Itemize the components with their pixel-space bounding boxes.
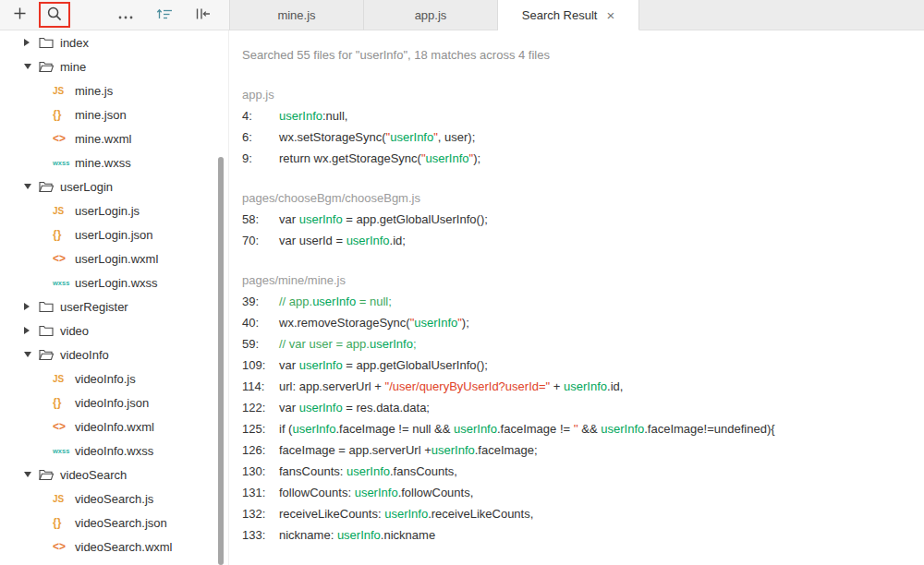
- tree-file-userlogin-wxss[interactable]: wxssuserLogin.wxss: [0, 270, 228, 295]
- result-line[interactable]: 6:wx.setStorageSync("userInfo", user);: [242, 126, 915, 148]
- tab-bar-filler: [639, 0, 924, 30]
- tree-file-mine-wxml[interactable]: <>mine.wxml: [0, 126, 228, 150]
- tree-folder-videoinfo[interactable]: videoInfo: [0, 343, 228, 367]
- result-line[interactable]: 114:url: app.serverUrl + "/user/queryByU…: [242, 376, 915, 397]
- tree-folder-mine[interactable]: mine: [0, 54, 228, 78]
- tree-folder-userregister[interactable]: userRegister: [0, 295, 228, 319]
- chevron-right-icon[interactable]: [24, 303, 33, 310]
- line-code: userInfo:null,: [279, 105, 347, 126]
- chevron-down-icon[interactable]: [24, 352, 33, 357]
- chevron-down-icon[interactable]: [24, 472, 33, 477]
- line-number: 6:: [242, 126, 279, 148]
- code-text: return wx.getStorageSync(: [279, 151, 421, 165]
- tree-folder-videosearch[interactable]: videoSearch: [0, 463, 228, 487]
- tree-file-userlogin-json[interactable]: {}userLogin.json: [0, 222, 228, 246]
- chevron-right-icon[interactable]: [24, 39, 33, 46]
- sort-files-button[interactable]: [152, 3, 176, 27]
- line-code: fansCounts: userInfo.fansCounts,: [279, 461, 457, 482]
- tree-folder-index[interactable]: index: [0, 30, 228, 54]
- json-file-icon: {}: [53, 108, 75, 121]
- wxml-file-icon: <>: [53, 420, 75, 433]
- tree-file-mine-wxss[interactable]: wxssmine.wxss: [0, 150, 228, 174]
- result-line[interactable]: 58:var userInfo = app.getGlobalUserInfo(…: [242, 209, 915, 230]
- wxss-file-icon: wxss: [53, 159, 75, 167]
- tree-file-videoinfo-wxss[interactable]: wxssvideoInfo.wxss: [0, 439, 228, 463]
- tree-folder-userlogin[interactable]: userLogin: [0, 174, 228, 198]
- result-line[interactable]: 40:wx.removeStorageSync("userInfo");: [242, 312, 915, 333]
- sidebar-scrollbar-thumb[interactable]: [218, 157, 224, 565]
- match-text: userInfo: [414, 316, 457, 330]
- code-text: .id,: [607, 379, 623, 393]
- code-text: wx.removeStorageSync(: [279, 316, 410, 330]
- tree-file-videosearch-json[interactable]: {}videoSearch.json: [0, 511, 228, 535]
- result-line[interactable]: 126:faceImage = app.serverUrl +userInfo.…: [242, 439, 915, 461]
- result-line[interactable]: 132:receiveLikeCounts: userInfo.receiveL…: [242, 503, 915, 524]
- match-text: userInfo: [426, 151, 469, 165]
- chevron-right-icon[interactable]: [24, 327, 33, 334]
- tree-file-videosearch-wxml[interactable]: <>videoSearch.wxml: [0, 535, 228, 559]
- wxml-file-icon: <>: [53, 132, 75, 145]
- line-code: nickname: userInfo.nickname: [279, 524, 435, 546]
- line-code: wx.removeStorageSync("userInfo");: [279, 312, 469, 333]
- result-line[interactable]: 131:followCounts: userInfo.followCounts,: [242, 482, 915, 503]
- tree-item-label: videoSearch.json: [75, 516, 167, 530]
- result-line[interactable]: 70:var userId = userInfo.id;: [242, 230, 915, 251]
- result-line[interactable]: 133:nickname: userInfo.nickname: [242, 524, 915, 546]
- tree-file-mine-js[interactable]: JSmine.js: [0, 78, 228, 102]
- folder-open-icon: [39, 180, 54, 193]
- tree-folder-video[interactable]: video: [0, 319, 228, 343]
- sort-lines-icon: [156, 7, 173, 23]
- js-file-icon: JS: [53, 206, 75, 216]
- ellipsis-icon: [118, 8, 133, 22]
- tree-item-label: mine.js: [75, 84, 113, 98]
- js-file-icon: JS: [53, 374, 75, 384]
- code-text: nickname:: [279, 528, 337, 542]
- code-text: .faceImage !=: [497, 422, 574, 436]
- tree-file-videosearch-wxss[interactable]: wxssvideoSearch.wxss: [0, 559, 228, 565]
- code-text: wx.setStorageSync(: [279, 130, 386, 144]
- code-text: var: [279, 358, 299, 372]
- result-line[interactable]: 109:var userInfo = app.getGlobalUserInfo…: [242, 355, 915, 376]
- tree-item-label: video: [60, 324, 89, 338]
- more-options-button[interactable]: [114, 3, 138, 27]
- tree-item-label: videoSearch.js: [75, 492, 153, 506]
- tree-file-videoinfo-js[interactable]: JSvideoInfo.js: [0, 367, 228, 391]
- line-number: 131:: [242, 482, 279, 503]
- tree-file-userlogin-wxml[interactable]: <>userLogin.wxml: [0, 246, 228, 270]
- result-line[interactable]: 59:// var user = app.userInfo;: [242, 333, 915, 355]
- code-text: var: [279, 401, 299, 415]
- result-line[interactable]: 4:userInfo:null,: [242, 105, 915, 126]
- folder-icon: [39, 36, 54, 49]
- chevron-down-icon[interactable]: [24, 64, 33, 69]
- code-text: = app.getGlobalUserInfo();: [343, 212, 488, 226]
- result-line[interactable]: 122:var userInfo = res.data.data;: [242, 397, 915, 418]
- tab-search-result[interactable]: Search Result×: [498, 0, 639, 30]
- line-code: faceImage = app.serverUrl +userInfo.face…: [279, 439, 538, 461]
- tree-file-videosearch-js[interactable]: JSvideoSearch.js: [0, 487, 228, 511]
- search-button[interactable]: [43, 3, 67, 27]
- close-tab-icon[interactable]: ×: [606, 8, 614, 22]
- result-line[interactable]: 9:return wx.getStorageSync("userInfo");: [242, 148, 915, 169]
- result-line[interactable]: 130:fansCounts: userInfo.fansCounts,: [242, 461, 915, 482]
- tree-file-mine-json[interactable]: {}mine.json: [0, 102, 228, 126]
- tab-app-js[interactable]: app.js: [364, 0, 498, 30]
- match-text: userInfo: [384, 507, 428, 521]
- code-text: var: [279, 212, 299, 226]
- code-text: :null,: [322, 109, 347, 123]
- collapse-panel-button[interactable]: [190, 3, 214, 27]
- tree-item-label: index: [60, 36, 89, 50]
- code-text: &&: [578, 422, 602, 436]
- line-number: 133:: [242, 524, 279, 546]
- chevron-down-icon[interactable]: [24, 184, 33, 189]
- result-line[interactable]: 125:if (userInfo.faceImage != null && us…: [242, 418, 915, 439]
- tab-bar: mine.jsapp.jsSearch Result×: [229, 0, 924, 30]
- tree-file-userlogin-js[interactable]: JSuserLogin.js: [0, 198, 228, 222]
- tab-mine-js[interactable]: mine.js: [230, 0, 364, 30]
- result-line[interactable]: 39:// app.userInfo = null;: [242, 291, 915, 312]
- result-file-path: pages/chooseBgm/chooseBgm.js: [242, 187, 915, 209]
- tree-file-videoinfo-wxml[interactable]: <>videoInfo.wxml: [0, 415, 228, 439]
- tree-item-label: mine: [60, 60, 86, 74]
- add-file-button[interactable]: [7, 3, 31, 27]
- string-text: "/user/queryByUserId?userId=": [385, 379, 551, 393]
- tree-file-videoinfo-json[interactable]: {}videoInfo.json: [0, 391, 228, 415]
